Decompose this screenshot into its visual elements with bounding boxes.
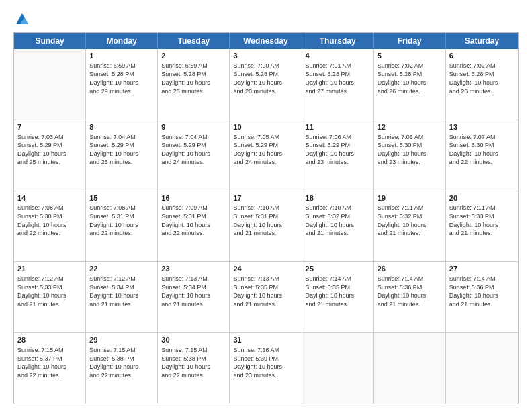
cell-info: Sunrise: 6:59 AM Sunset: 5:28 PM Dayligh… — [89, 62, 154, 95]
cell-info: Sunrise: 7:02 AM Sunset: 5:28 PM Dayligh… — [449, 62, 515, 95]
day-number: 12 — [378, 122, 442, 132]
calendar-cell: 8Sunrise: 7:04 AM Sunset: 5:29 PM Daylig… — [86, 120, 158, 191]
cell-info: Sunrise: 7:15 AM Sunset: 5:38 PM Dayligh… — [89, 346, 154, 379]
cell-info: Sunrise: 7:10 AM Sunset: 5:31 PM Dayligh… — [233, 203, 298, 237]
calendar-cell: 25Sunrise: 7:14 AM Sunset: 5:35 PM Dayli… — [302, 262, 374, 332]
calendar-cell: 20Sunrise: 7:11 AM Sunset: 5:33 PM Dayli… — [446, 191, 518, 262]
cell-info: Sunrise: 7:13 AM Sunset: 5:35 PM Dayligh… — [233, 275, 298, 308]
calendar-cell: 1Sunrise: 6:59 AM Sunset: 5:28 PM Daylig… — [86, 49, 158, 120]
cell-info: Sunrise: 7:11 AM Sunset: 5:32 PM Dayligh… — [378, 203, 442, 237]
day-number: 26 — [378, 264, 442, 274]
cell-info: Sunrise: 7:15 AM Sunset: 5:38 PM Dayligh… — [161, 346, 226, 379]
day-number: 4 — [306, 51, 370, 61]
cell-info: Sunrise: 7:08 AM Sunset: 5:31 PM Dayligh… — [89, 203, 154, 237]
calendar-cell: 13Sunrise: 7:07 AM Sunset: 5:30 PM Dayli… — [446, 120, 518, 191]
day-number: 15 — [89, 193, 154, 203]
calendar-cell: 26Sunrise: 7:14 AM Sunset: 5:36 PM Dayli… — [374, 262, 446, 332]
calendar-row: 1Sunrise: 6:59 AM Sunset: 5:28 PM Daylig… — [14, 49, 518, 120]
calendar-row: 14Sunrise: 7:08 AM Sunset: 5:30 PM Dayli… — [14, 191, 518, 262]
cell-info: Sunrise: 7:14 AM Sunset: 5:36 PM Dayligh… — [378, 275, 442, 308]
cell-info: Sunrise: 7:12 AM Sunset: 5:34 PM Dayligh… — [89, 275, 154, 308]
cell-info: Sunrise: 7:04 AM Sunset: 5:29 PM Dayligh… — [89, 133, 154, 167]
day-number: 2 — [161, 51, 226, 61]
cell-info: Sunrise: 7:08 AM Sunset: 5:30 PM Dayligh… — [17, 203, 82, 237]
cell-info: Sunrise: 7:11 AM Sunset: 5:33 PM Dayligh… — [449, 203, 515, 237]
day-number: 19 — [378, 193, 442, 203]
weekday-header: Monday — [86, 33, 158, 49]
calendar-cell: 22Sunrise: 7:12 AM Sunset: 5:34 PM Dayli… — [86, 262, 158, 332]
weekday-header: Thursday — [302, 33, 374, 49]
cell-info: Sunrise: 7:14 AM Sunset: 5:35 PM Dayligh… — [306, 275, 370, 308]
cell-info: Sunrise: 7:03 AM Sunset: 5:29 PM Dayligh… — [17, 133, 82, 167]
day-number: 17 — [233, 193, 298, 203]
weekday-header: Tuesday — [158, 33, 230, 49]
calendar-cell — [374, 333, 446, 404]
cell-info: Sunrise: 7:01 AM Sunset: 5:28 PM Dayligh… — [306, 62, 370, 95]
calendar-cell: 30Sunrise: 7:15 AM Sunset: 5:38 PM Dayli… — [158, 333, 230, 404]
day-number: 14 — [17, 193, 82, 203]
calendar-cell — [14, 49, 86, 120]
day-number: 8 — [89, 122, 154, 132]
calendar-cell: 11Sunrise: 7:06 AM Sunset: 5:29 PM Dayli… — [302, 120, 374, 191]
calendar-cell: 5Sunrise: 7:02 AM Sunset: 5:28 PM Daylig… — [374, 49, 446, 120]
day-number: 23 — [161, 264, 226, 274]
calendar-cell: 9Sunrise: 7:04 AM Sunset: 5:29 PM Daylig… — [158, 120, 230, 191]
cell-info: Sunrise: 7:14 AM Sunset: 5:36 PM Dayligh… — [449, 275, 515, 308]
day-number: 21 — [17, 264, 82, 274]
day-number: 31 — [233, 335, 298, 345]
day-number: 9 — [161, 122, 226, 132]
logo-icon — [15, 12, 30, 27]
calendar-cell: 31Sunrise: 7:16 AM Sunset: 5:39 PM Dayli… — [230, 333, 302, 404]
calendar-cell: 21Sunrise: 7:12 AM Sunset: 5:33 PM Dayli… — [14, 262, 86, 332]
calendar-cell: 15Sunrise: 7:08 AM Sunset: 5:31 PM Dayli… — [86, 191, 158, 262]
day-number: 7 — [17, 122, 82, 132]
cell-info: Sunrise: 6:59 AM Sunset: 5:28 PM Dayligh… — [161, 62, 226, 95]
calendar-cell: 27Sunrise: 7:14 AM Sunset: 5:36 PM Dayli… — [446, 262, 518, 332]
day-number: 18 — [306, 193, 370, 203]
calendar-cell: 28Sunrise: 7:15 AM Sunset: 5:37 PM Dayli… — [14, 333, 86, 404]
day-number: 11 — [306, 122, 370, 132]
day-number: 16 — [161, 193, 226, 203]
cell-info: Sunrise: 7:12 AM Sunset: 5:33 PM Dayligh… — [17, 275, 82, 308]
calendar-row: 28Sunrise: 7:15 AM Sunset: 5:37 PM Dayli… — [14, 332, 518, 404]
calendar-header: SundayMondayTuesdayWednesdayThursdayFrid… — [14, 33, 518, 49]
cell-info: Sunrise: 7:13 AM Sunset: 5:34 PM Dayligh… — [161, 275, 226, 308]
weekday-header: Wednesday — [230, 33, 302, 49]
calendar-cell: 16Sunrise: 7:09 AM Sunset: 5:31 PM Dayli… — [158, 191, 230, 262]
calendar-cell: 10Sunrise: 7:05 AM Sunset: 5:29 PM Dayli… — [230, 120, 302, 191]
weekday-header: Sunday — [14, 33, 86, 49]
calendar-cell: 6Sunrise: 7:02 AM Sunset: 5:28 PM Daylig… — [446, 49, 518, 120]
calendar-cell: 29Sunrise: 7:15 AM Sunset: 5:38 PM Dayli… — [86, 333, 158, 404]
cell-info: Sunrise: 7:00 AM Sunset: 5:28 PM Dayligh… — [233, 62, 298, 95]
day-number: 22 — [89, 264, 154, 274]
calendar-cell — [302, 333, 374, 404]
logo — [13, 12, 30, 26]
day-number: 5 — [378, 51, 442, 61]
calendar-cell: 24Sunrise: 7:13 AM Sunset: 5:35 PM Dayli… — [230, 262, 302, 332]
calendar-row: 21Sunrise: 7:12 AM Sunset: 5:33 PM Dayli… — [14, 261, 518, 332]
calendar-cell — [446, 333, 518, 404]
calendar-cell: 18Sunrise: 7:10 AM Sunset: 5:32 PM Dayli… — [302, 191, 374, 262]
day-number: 10 — [233, 122, 298, 132]
calendar-cell: 12Sunrise: 7:06 AM Sunset: 5:30 PM Dayli… — [374, 120, 446, 191]
cell-info: Sunrise: 7:06 AM Sunset: 5:29 PM Dayligh… — [306, 133, 370, 167]
calendar-page: SundayMondayTuesdayWednesdayThursdayFrid… — [0, 0, 532, 411]
day-number: 25 — [306, 264, 370, 274]
calendar-row: 7Sunrise: 7:03 AM Sunset: 5:29 PM Daylig… — [14, 120, 518, 191]
calendar-cell: 3Sunrise: 7:00 AM Sunset: 5:28 PM Daylig… — [230, 49, 302, 120]
day-number: 3 — [233, 51, 298, 61]
calendar-cell: 2Sunrise: 6:59 AM Sunset: 5:28 PM Daylig… — [158, 49, 230, 120]
cell-info: Sunrise: 7:16 AM Sunset: 5:39 PM Dayligh… — [233, 346, 298, 379]
calendar-cell: 17Sunrise: 7:10 AM Sunset: 5:31 PM Dayli… — [230, 191, 302, 262]
weekday-header: Saturday — [446, 33, 518, 49]
weekday-header: Friday — [374, 33, 446, 49]
calendar-cell: 4Sunrise: 7:01 AM Sunset: 5:28 PM Daylig… — [302, 49, 374, 120]
day-number: 6 — [449, 51, 515, 61]
calendar-cell: 7Sunrise: 7:03 AM Sunset: 5:29 PM Daylig… — [14, 120, 86, 191]
day-number: 24 — [233, 264, 298, 274]
cell-info: Sunrise: 7:04 AM Sunset: 5:29 PM Dayligh… — [161, 133, 226, 167]
calendar-body: 1Sunrise: 6:59 AM Sunset: 5:28 PM Daylig… — [14, 49, 518, 404]
calendar-cell: 23Sunrise: 7:13 AM Sunset: 5:34 PM Dayli… — [158, 262, 230, 332]
day-number: 29 — [89, 335, 154, 345]
day-number: 28 — [17, 335, 82, 345]
